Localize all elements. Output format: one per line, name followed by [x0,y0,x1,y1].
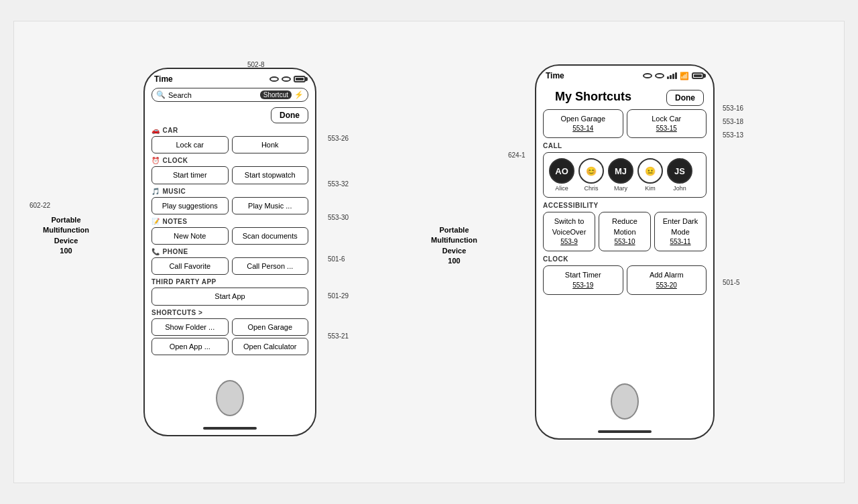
avatar-alice: AO Alice [549,158,574,192]
avatar-mary: MJ Mary [608,158,633,192]
clock-icon: ⏰ [151,157,160,164]
my-shortcuts-title: My Shortcuts [546,87,641,108]
honk-button[interactable]: Honk [232,136,309,153]
voiceover-button[interactable]: Switch to VoiceOver553-9 [543,212,595,251]
callout-553-32: 553-32 [328,180,349,188]
callout-624-1: 624-1 [508,151,526,159]
music-buttons: Play suggestions Play Music ... [151,197,308,214]
show-folder-button[interactable]: Show Folder ... [151,318,229,336]
callout-501-6: 501-6 [328,255,345,263]
fingerprint-right [611,383,639,420]
right-time: Time [546,71,564,80]
thirdparty-buttons: Start App [151,288,308,305]
open-app-button[interactable]: Open App ... [151,338,229,355]
shortcut-badge: Shortcut [260,90,292,99]
avatar-kim-circle: 😐 [637,158,663,184]
oval-r1 [643,73,652,78]
call-section-header: CALL [543,142,707,149]
open-garage-shortcut[interactable]: Open Garage 553-14 [543,109,623,138]
top-shortcut-row: Open Garage 553-14 Lock Car 553-15 [543,109,707,138]
callout-553-26: 553-26 [328,135,349,142]
home-indicator-right [536,425,713,438]
device-label-right: Portable Multifunction Device 100 [431,225,477,267]
start-stopwatch-button[interactable]: Start stopwatch [232,166,309,184]
callout-553-21: 553-21 [328,332,349,340]
shortcuts-content: Open Garage 553-14 Lock Car 553-15 CALL … [536,109,713,425]
home-bar-left [203,427,257,430]
section-notes-header: 📝 NOTES [151,218,308,225]
shortcuts-row1: Show Folder ... Open Garage [151,318,308,336]
callout-553-18: 553-18 [723,118,743,125]
add-alarm-shortcut[interactable]: Add Alarm553-20 [627,265,707,294]
new-note-button[interactable]: New Note [151,227,229,245]
open-calculator-button[interactable]: Open Calculator [232,338,309,355]
play-suggestions-button[interactable]: Play suggestions [151,197,229,214]
lock-car-shortcut[interactable]: Lock Car 553-15 [627,109,707,138]
avatar-chris-circle: 😊 [578,158,604,184]
notes-icon: 📝 [151,218,160,225]
done-button-right[interactable]: Done [666,90,704,106]
avatar-kim: 😐 Kim [637,158,663,192]
search-text: Search [168,91,257,99]
oval-2 [282,76,291,82]
car-icon: 🚗 [151,127,160,134]
main-container: 502-8 Portable Multifunction Device 100 … [13,21,845,483]
call-person-button[interactable]: Call Person ... [232,257,309,275]
left-status-bar: Time [145,69,315,86]
callout-553-13: 553-13 [723,131,743,139]
fingerprint-left [216,380,244,416]
music-icon: 🎵 [151,188,160,195]
callout-553-30: 553-30 [328,214,349,221]
section-phone-header: 📞 PHONE [151,248,308,255]
shortcuts-row2: Open App ... Open Calculator [151,338,308,355]
start-app-button[interactable]: Start App [151,288,308,305]
section-clock-header: ⏰ CLOCK [151,157,308,164]
car-buttons: Lock car Honk [151,136,308,153]
right-phone: Time 📶 My Shortcuts Done [535,64,715,440]
dark-mode-button[interactable]: Enter Dark Mode553-11 [654,212,707,251]
call-favorite-button[interactable]: Call Favorite [151,257,229,275]
right-status-bar: Time 📶 [536,66,713,83]
oval-1 [269,76,279,82]
notes-buttons: New Note Scan documents [151,227,308,245]
scan-documents-button[interactable]: Scan documents [232,227,309,245]
home-bar-right [598,430,652,433]
section-music-header: 🎵 MUSIC [151,188,308,195]
section-thirdparty-header: THIRD PARTY APP [151,278,308,286]
callout-501-5: 501-5 [723,279,740,286]
left-diagram: 502-8 Portable Multifunction Device 100 … [143,68,316,436]
lock-car-button[interactable]: Lock car [151,136,229,153]
right-status-icons: 📶 [643,72,704,80]
start-timer-shortcut[interactable]: Start Timer553-19 [543,265,623,294]
done-button-left[interactable]: Done [271,107,308,123]
signal-bars [667,72,677,79]
avatar-mj: MJ [608,158,633,184]
accessibility-row: Switch to VoiceOver553-9 Reduce Motion55… [543,212,707,251]
search-icon: 🔍 [156,90,166,99]
avatar-ao: AO [549,158,574,184]
label-602-22: 602-22 [29,202,50,209]
section-shortcuts-header: SHORTCUTS > [151,309,308,316]
battery-icon [294,76,306,82]
clock-section-header-right: CLOCK [543,255,707,263]
right-phone-header: My Shortcuts Done [536,83,713,109]
right-diagram: 553-16 553-18 553-13 624-1 501-5 553-17 … [535,64,715,440]
battery-icon-right [692,72,704,79]
avatar-john: JS John [667,158,692,192]
wifi-icon: 📶 [680,72,689,80]
avatar-row: AO Alice 😊 Chris MJ Mary 😐 [549,158,700,192]
play-music-button[interactable]: Play Music ... [232,197,309,214]
section-car-header: 🚗 CAR [151,127,308,134]
avatar-chris: 😊 Chris [578,158,604,192]
search-bar[interactable]: 🔍 Search Shortcut ⚡ [151,88,308,102]
oval-r2 [655,73,664,78]
reduce-motion-button[interactable]: Reduce Motion553-10 [599,212,651,251]
avatar-js: JS [667,158,692,184]
clock-buttons: Start timer Start stopwatch [151,166,308,184]
open-garage-button-left[interactable]: Open Garage [232,318,309,336]
home-indicator-left [145,422,315,435]
start-timer-button[interactable]: Start timer [151,166,229,184]
phone-icon: 📞 [151,248,160,255]
device-label-left: Portable Multifunction Device 100 [43,215,89,257]
callout-501-29: 501-29 [328,292,349,300]
